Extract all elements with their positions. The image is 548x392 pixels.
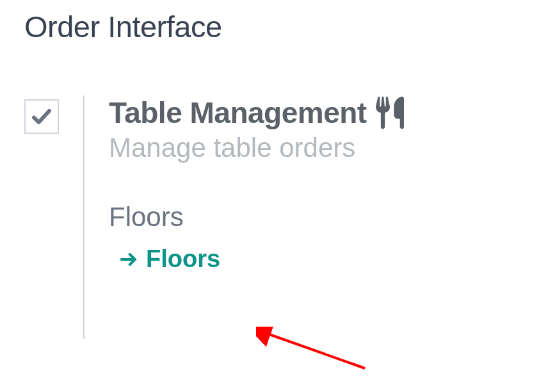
setting-title: Table Management <box>109 95 367 130</box>
setting-title-row: Table Management <box>109 95 524 130</box>
setting-row: Table Management Manage table orders Flo… <box>24 95 524 339</box>
arrow-right-icon <box>118 249 140 270</box>
floors-field-label: Floors <box>109 202 524 233</box>
checkmark-icon <box>30 105 53 128</box>
floors-link-text: Floors <box>146 245 220 273</box>
floors-link[interactable]: Floors <box>109 245 524 273</box>
setting-content: Table Management Manage table orders Flo… <box>109 95 524 273</box>
table-management-checkbox[interactable] <box>24 99 59 134</box>
section-title: Order Interface <box>24 9 524 44</box>
setting-description: Manage table orders <box>109 133 524 163</box>
vertical-divider <box>83 95 85 339</box>
utensils-icon <box>376 96 404 129</box>
checkbox-wrapper <box>24 95 59 134</box>
